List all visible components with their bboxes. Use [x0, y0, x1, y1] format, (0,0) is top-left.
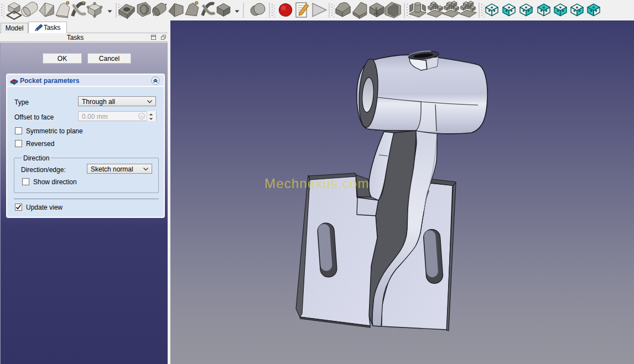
svg-text:Mechnexus.com: Mechnexus.com [264, 176, 370, 191]
svg-text:00: 00 [140, 115, 144, 118]
